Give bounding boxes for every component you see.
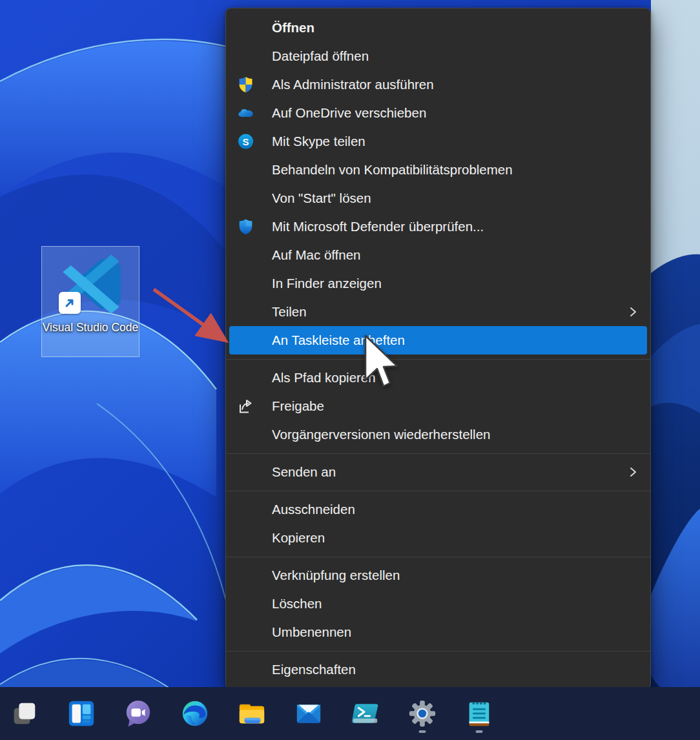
menu-item-label: Als Administrator ausführen — [272, 77, 434, 92]
onedrive-icon — [237, 105, 254, 122]
share-icon — [237, 398, 254, 415]
menu-item-label: Freigabe — [272, 398, 324, 414]
menu-item-label: Dateipfad öffnen — [272, 48, 369, 64]
menu-item-kopieren[interactable]: Kopieren — [229, 524, 647, 552]
menu-item-verknuepfung-erstellen[interactable]: Verknüpfung erstellen — [229, 561, 647, 590]
taskbar-settings-icon[interactable] — [407, 694, 438, 733]
taskbar-powershell-icon[interactable] — [350, 694, 381, 733]
menu-item-dateipfad-oeffnen[interactable]: Dateipfad öffnen — [229, 42, 647, 70]
menu-item-von-start-loesen[interactable]: Von "Start" lösen — [229, 184, 647, 212]
menu-item-label: Ausschneiden — [272, 502, 355, 517]
menu-item-label: Vorgängerversionen wiederherstellen — [272, 427, 490, 442]
menu-separator — [226, 557, 650, 557]
uac-shield-icon — [237, 76, 254, 94]
menu-item-label: Kopieren — [272, 530, 325, 546]
running-indicator — [476, 730, 483, 733]
shortcut-arrow-icon — [59, 292, 81, 314]
taskbar-chat-icon[interactable] — [123, 694, 154, 733]
menu-item-als-pfad-kopieren[interactable]: Als Pfad kopieren — [229, 364, 647, 392]
menu-item-label: In Finder anzeigen — [272, 276, 382, 291]
taskbar-edge-icon[interactable] — [180, 694, 211, 733]
desktop-icon-label: Visual Studio Code — [42, 319, 139, 336]
taskbar-notepad-icon[interactable] — [464, 694, 495, 733]
chevron-right-icon — [628, 464, 638, 480]
menu-item-in-finder-anzeigen[interactable]: In Finder anzeigen — [229, 269, 647, 298]
taskbar-task-view-icon[interactable] — [9, 694, 40, 733]
menu-separator — [226, 651, 650, 652]
menu-item-ausschneiden[interactable]: Ausschneiden — [229, 495, 647, 524]
menu-item-mit-microsoft-defender-ueberpruefen[interactable]: Mit Microsoft Defender überprüfen... — [229, 212, 647, 241]
menu-item-label: An Taskleiste anheften — [272, 333, 405, 348]
menu-item-oeffnen[interactable]: Öffnen — [229, 14, 647, 42]
menu-item-loeschen[interactable]: Löschen — [229, 590, 647, 618]
menu-item-auf-mac-oeffnen[interactable]: Auf Mac öffnen — [229, 241, 647, 269]
menu-item-freigabe[interactable]: Freigabe — [229, 392, 647, 420]
menu-item-label: Verknüpfung erstellen — [272, 568, 400, 583]
menu-separator — [226, 491, 650, 491]
menu-item-label: Mit Skype teilen — [272, 134, 365, 149]
desktop: Visual Studio Code ÖffnenDateipfad öffne… — [0, 0, 700, 740]
defender-icon — [237, 218, 254, 236]
menu-item-label: Mit Microsoft Defender überprüfen... — [272, 219, 484, 234]
running-indicator — [419, 730, 426, 733]
skype-icon: S — [237, 133, 254, 150]
taskbar-file-explorer-icon[interactable] — [236, 694, 267, 733]
menu-item-label: Löschen — [272, 596, 322, 612]
taskbar-widgets-icon[interactable] — [66, 694, 97, 733]
menu-item-mit-skype-teilen[interactable]: SMit Skype teilen — [229, 127, 647, 156]
desktop-icon-vscode[interactable]: Visual Studio Code — [41, 246, 139, 357]
menu-item-label: Auf OneDrive verschieben — [272, 105, 426, 121]
menu-item-label: Eigenschaften — [272, 662, 356, 677]
menu-separator — [226, 359, 650, 360]
menu-item-auf-onedrive-verschieben[interactable]: Auf OneDrive verschieben — [229, 99, 647, 127]
menu-separator — [226, 453, 650, 454]
menu-item-label: Von "Start" lösen — [272, 190, 371, 206]
context-menu: ÖffnenDateipfad öffnenAls Administrator … — [225, 8, 651, 690]
menu-item-label: Behandeln von Kompatibilitätsproblemen — [272, 162, 513, 178]
menu-item-an-taskleiste-anheften[interactable]: An Taskleiste anheften — [229, 326, 647, 355]
menu-item-teilen[interactable]: Teilen — [229, 298, 647, 326]
menu-item-label: Umbenennen — [272, 624, 351, 640]
menu-item-als-administrator-ausfuehren[interactable]: Als Administrator ausführen — [229, 70, 647, 99]
menu-item-senden-an[interactable]: Senden an — [229, 458, 647, 486]
menu-item-eigenschaften[interactable]: Eigenschaften — [229, 655, 647, 684]
svg-text:S: S — [242, 136, 249, 147]
menu-item-label: Öffnen — [272, 20, 314, 36]
menu-item-label: Senden an — [272, 464, 336, 480]
menu-item-umbenennen[interactable]: Umbenennen — [229, 618, 647, 646]
menu-item-label: Auf Mac öffnen — [272, 247, 361, 263]
chevron-right-icon — [628, 304, 638, 320]
taskbar — [0, 687, 700, 740]
menu-item-vorgaengerversionen-wiederherstellen[interactable]: Vorgängerversionen wiederherstellen — [229, 420, 647, 449]
menu-item-label: Teilen — [272, 304, 307, 320]
menu-item-behandeln-von-kompatibilitaetsproblemen[interactable]: Behandeln von Kompatibilitätsproblemen — [229, 156, 647, 184]
menu-item-label: Als Pfad kopieren — [272, 370, 376, 385]
taskbar-mail-icon[interactable] — [293, 694, 324, 733]
